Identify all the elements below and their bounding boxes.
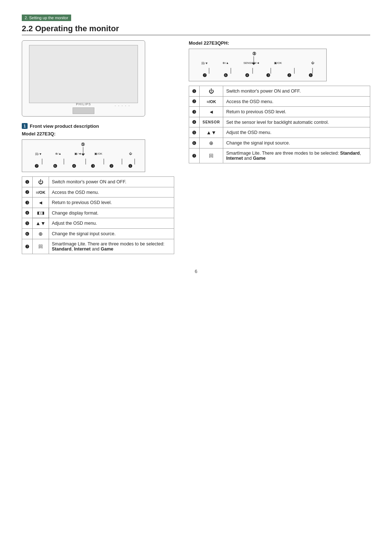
rbtn6-label: ⊕/▲ [222, 61, 229, 65]
monitor-stand [73, 107, 94, 114]
model-right-label: Model 227E3QPH: [189, 40, 370, 46]
row3-desc: Return to previous OSD level. [49, 197, 174, 208]
monitor-dots: - - - - - [115, 104, 130, 107]
row1-num: ❶ [22, 177, 33, 187]
rbtn4-num: ❹ [245, 73, 249, 78]
btn1-num: ❶ [128, 163, 132, 169]
rbtn2-num: ❷ [287, 73, 291, 78]
row2-num: ❷ [22, 187, 33, 197]
rrow4-desc: Set the sensor level for backlight autom… [223, 117, 370, 127]
btn-numbers-row: ❼ ❻ ❹ ❸ ❷ ❶ [22, 163, 145, 169]
button-diagram-left: ⑤ 回/▼ ⊕/▲ ▣/◄ ▣/OK ⏻ [22, 139, 145, 172]
row7-desc: SmartImage Lite. There are three modes t… [49, 239, 174, 254]
rrow3-desc: Return to previous OSD level. [223, 107, 370, 117]
rrow3-icon: ◄ [200, 107, 223, 117]
btn7-label: 回/▼ [35, 152, 42, 156]
rrow7-num: ❼ [189, 148, 200, 163]
right-column: Model 227E3QPH: ⑤ 回/▼ ⊕/▲ SENSOR/◄ ▣/OK [189, 40, 370, 254]
rbtn3-num: ❸ [266, 73, 270, 78]
left-feature-table: ❶ ⏻ Switch monitor's power ON and OFF. ❷… [22, 176, 174, 254]
rbtn3-label: ▣/OK [274, 61, 282, 65]
rbtn7-num: ❼ [203, 73, 207, 78]
right-btn-numbers-row: ❼ ❻ ❹ ❸ ❷ ❶ [189, 73, 326, 78]
table-row: ❺ ▲▼ Adjust the OSD menu. [189, 127, 370, 138]
right-btn-labels-row: 回/▼ ⊕/▲ SENSOR/◄ ▣/OK ⏻ [189, 61, 326, 65]
btn6-label: ⊕/▲ [55, 152, 61, 156]
front-view-label: 1 Front view product description [22, 123, 174, 129]
row3-icon: ◄ [33, 197, 49, 208]
rbtn7-label: 回/▼ [201, 61, 208, 65]
rrow4-icon: SENSOR [200, 117, 223, 127]
btn4-num: ❹ [72, 163, 76, 169]
row4-desc: Change display format. [49, 208, 174, 218]
rrow6-num: ❻ [189, 138, 200, 148]
breadcrumb: 2. Setting up the monitor [22, 15, 71, 21]
row6-icon: ⊕ [33, 229, 49, 239]
btn2-num: ❷ [109, 163, 114, 169]
table-row: ❶ ⏻ Switch monitor's power ON and OFF. [189, 86, 370, 97]
btn3-num: ❸ [91, 163, 95, 169]
btn4-label: ▣/◄ [74, 152, 81, 156]
front-view-text: Front view product description [30, 123, 99, 129]
rrow1-desc: Switch monitor's power ON and OFF. [223, 86, 370, 97]
row5-desc: Adjust the OSD menu. [49, 218, 174, 229]
table-row: ❹ ◧◨ Change display format. [22, 208, 174, 218]
row2-desc: Access the OSD menu. [49, 187, 174, 197]
rbtn1-label: ⏻ [311, 61, 314, 65]
row2-icon: ≡/OK [33, 187, 49, 197]
table-row: ❻ ⊕ Change the signal input source. [22, 229, 174, 239]
rrow7-icon: 回 [200, 148, 223, 163]
model-left-label: Model 227E3Q: [22, 131, 174, 137]
rbtn4-label: SENSOR/◄ [244, 61, 260, 65]
row5-icon: ▲▼ [33, 218, 49, 229]
btn6-num: ❻ [53, 163, 57, 169]
table-row: ❺ ▲▼ Adjust the OSD menu. [22, 218, 174, 229]
rrow6-icon: ⊕ [200, 138, 223, 148]
table-row: ❷ ≡/OK Access the OSD menu. [22, 187, 174, 197]
row5-num: ❺ [22, 218, 33, 229]
rrow2-desc: Access the OSD menu. [223, 97, 370, 107]
rrow5-num: ❺ [189, 127, 200, 138]
table-row: ❹ SENSOR Set the sensor level for backli… [189, 117, 370, 127]
monitor-illustration: PHILIPS - - - - - [22, 40, 145, 117]
row3-num: ❸ [22, 197, 33, 208]
rrow1-icon: ⏻ [200, 86, 223, 97]
table-row: ❷ ≡/OK Access the OSD menu. [189, 97, 370, 107]
btn1-label: ⏻ [129, 152, 132, 156]
left-column: PHILIPS - - - - - 1 Front view product d… [22, 40, 174, 254]
table-row: ❼ 回 SmartImage Lite. There are three mod… [22, 239, 174, 254]
btn3-label: ▣/OK [94, 152, 102, 156]
rrow2-icon: ≡/OK [200, 97, 223, 107]
row4-icon: ◧◨ [33, 208, 49, 218]
row1-desc: Switch monitor's power ON and OFF. [49, 177, 174, 187]
right-feature-table: ❶ ⏻ Switch monitor's power ON and OFF. ❷… [189, 86, 370, 163]
rrow2-num: ❷ [189, 97, 200, 107]
row7-icon: 回 [33, 239, 49, 254]
btn7-num: ❼ [34, 163, 39, 169]
row6-desc: Change the signal input source. [49, 229, 174, 239]
row1-icon: ⏻ [33, 177, 49, 187]
monitor-screen [29, 45, 138, 103]
row6-num: ❻ [22, 229, 33, 239]
row7-num: ❼ [22, 239, 33, 254]
rrow6-desc: Change the signal input source. [223, 138, 370, 148]
rrow5-icon: ▲▼ [200, 127, 223, 138]
monitor-brand: PHILIPS [76, 102, 91, 106]
front-view-badge: 1 [22, 123, 28, 129]
btn-labels-row: 回/▼ ⊕/▲ ▣/◄ ▣/OK ⏻ [22, 152, 145, 156]
table-row: ❼ 回 SmartImage Lite. There are three mod… [189, 148, 370, 163]
page-number: 6 [22, 269, 370, 274]
section-title: 2.2 Operating the monitor [22, 24, 370, 35]
rrow4-num: ❹ [189, 117, 200, 127]
table-row: ❶ ⏻ Switch monitor's power ON and OFF. [22, 177, 174, 187]
rrow1-num: ❶ [189, 86, 200, 97]
row4-num: ❹ [22, 208, 33, 218]
rrow3-num: ❸ [189, 107, 200, 117]
rrow5-desc: Adjust the OSD menu. [223, 127, 370, 138]
rbtn6-num: ❻ [224, 73, 228, 78]
table-row: ❸ ◄ Return to previous OSD level. [189, 107, 370, 117]
table-row: ❸ ◄ Return to previous OSD level. [22, 197, 174, 208]
rbtn1-num: ❶ [309, 73, 313, 78]
table-row: ❻ ⊕ Change the signal input source. [189, 138, 370, 148]
button-diagram-right: ⑤ 回/▼ ⊕/▲ SENSOR/◄ ▣/OK ⏻ ❼ [189, 49, 327, 81]
